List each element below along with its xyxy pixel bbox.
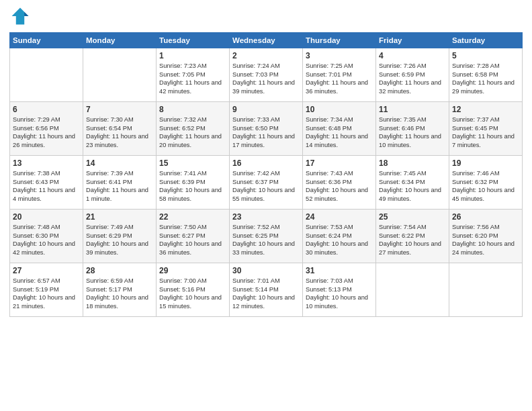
- calendar-cell: 11Sunrise: 7:35 AMSunset: 6:46 PMDayligh…: [376, 102, 449, 156]
- cell-content: Sunrise: 6:59 AMSunset: 5:17 PMDaylight:…: [86, 277, 153, 310]
- calendar-cell: 8Sunrise: 7:32 AMSunset: 6:52 PMDaylight…: [157, 102, 230, 156]
- cell-content: Sunrise: 7:34 AMSunset: 6:48 PMDaylight:…: [306, 116, 373, 149]
- day-number: 9: [232, 105, 300, 114]
- cell-content: Sunrise: 7:43 AMSunset: 6:36 PMDaylight:…: [306, 169, 373, 203]
- calendar-cell: 7Sunrise: 7:30 AMSunset: 6:54 PMDaylight…: [83, 102, 157, 156]
- calendar-cell: 13Sunrise: 7:38 AMSunset: 6:43 PMDayligh…: [10, 156, 83, 210]
- day-header-tuesday: Tuesday: [157, 33, 230, 48]
- page: SundayMondayTuesdayWednesdayThursdayFrid…: [0, 0, 532, 324]
- cell-content: Sunrise: 7:01 AMSunset: 5:14 PMDaylight:…: [232, 277, 300, 310]
- calendar-cell: 15Sunrise: 7:41 AMSunset: 6:39 PMDayligh…: [157, 156, 230, 210]
- calendar-cell: 24Sunrise: 7:53 AMSunset: 6:24 PMDayligh…: [303, 210, 376, 263]
- header: [9, 7, 523, 28]
- cell-content: Sunrise: 7:56 AMSunset: 6:20 PMDaylight:…: [452, 223, 519, 257]
- day-number: 29: [159, 266, 226, 275]
- day-number: 15: [159, 158, 226, 168]
- cell-content: Sunrise: 7:32 AMSunset: 6:52 PMDaylight:…: [159, 116, 226, 149]
- calendar-cell: 10Sunrise: 7:34 AMSunset: 6:48 PMDayligh…: [303, 102, 376, 156]
- cell-content: Sunrise: 7:26 AMSunset: 6:59 PMDaylight:…: [379, 62, 446, 95]
- calendar-cell: 12Sunrise: 7:37 AMSunset: 6:45 PMDayligh…: [449, 102, 523, 156]
- day-number: 18: [379, 158, 446, 168]
- calendar-week-row: 27Sunrise: 6:57 AMSunset: 5:19 PMDayligh…: [10, 263, 523, 317]
- calendar-cell: 18Sunrise: 7:45 AMSunset: 6:34 PMDayligh…: [376, 156, 449, 210]
- day-number: 10: [306, 105, 373, 114]
- cell-content: Sunrise: 7:33 AMSunset: 6:50 PMDaylight:…: [232, 116, 300, 149]
- calendar-week-row: 6Sunrise: 7:29 AMSunset: 6:56 PMDaylight…: [10, 102, 523, 156]
- cell-content: Sunrise: 6:57 AMSunset: 5:19 PMDaylight:…: [13, 277, 80, 310]
- cell-content: Sunrise: 7:38 AMSunset: 6:43 PMDaylight:…: [13, 169, 80, 203]
- calendar-cell: [449, 263, 523, 317]
- cell-content: Sunrise: 7:39 AMSunset: 6:41 PMDaylight:…: [86, 169, 153, 203]
- cell-content: Sunrise: 7:23 AMSunset: 7:05 PMDaylight:…: [159, 62, 226, 95]
- day-number: 23: [232, 212, 300, 222]
- calendar-cell: 21Sunrise: 7:49 AMSunset: 6:29 PMDayligh…: [83, 210, 157, 263]
- calendar-cell: 30Sunrise: 7:01 AMSunset: 5:14 PMDayligh…: [230, 263, 303, 317]
- cell-content: Sunrise: 7:50 AMSunset: 6:27 PMDaylight:…: [159, 223, 226, 257]
- cell-content: Sunrise: 7:54 AMSunset: 6:22 PMDaylight:…: [379, 223, 446, 257]
- day-header-friday: Friday: [376, 33, 449, 48]
- calendar-cell: 20Sunrise: 7:48 AMSunset: 6:30 PMDayligh…: [10, 210, 83, 263]
- day-number: 20: [13, 212, 80, 222]
- cell-content: Sunrise: 7:42 AMSunset: 6:37 PMDaylight:…: [232, 169, 300, 203]
- day-number: 1: [159, 51, 226, 60]
- calendar-week-row: 13Sunrise: 7:38 AMSunset: 6:43 PMDayligh…: [10, 156, 523, 210]
- day-number: 24: [306, 212, 373, 222]
- calendar-cell: 19Sunrise: 7:46 AMSunset: 6:32 PMDayligh…: [449, 156, 523, 210]
- cell-content: Sunrise: 7:37 AMSunset: 6:45 PMDaylight:…: [452, 116, 519, 149]
- calendar-week-row: 20Sunrise: 7:48 AMSunset: 6:30 PMDayligh…: [10, 210, 523, 263]
- day-number: 30: [232, 266, 300, 275]
- day-number: 16: [232, 158, 300, 168]
- calendar-cell: 4Sunrise: 7:26 AMSunset: 6:59 PMDaylight…: [376, 48, 449, 102]
- day-header-monday: Monday: [83, 33, 157, 48]
- calendar-cell: 16Sunrise: 7:42 AMSunset: 6:37 PMDayligh…: [230, 156, 303, 210]
- day-number: 7: [86, 105, 153, 114]
- day-number: 2: [232, 51, 300, 60]
- day-header-sunday: Sunday: [10, 33, 83, 48]
- cell-content: Sunrise: 7:28 AMSunset: 6:58 PMDaylight:…: [452, 62, 519, 95]
- cell-content: Sunrise: 7:25 AMSunset: 7:01 PMDaylight:…: [306, 62, 373, 95]
- day-number: 12: [452, 105, 519, 114]
- day-number: 11: [379, 105, 446, 114]
- calendar-cell: [83, 48, 157, 102]
- day-number: 19: [452, 158, 519, 168]
- calendar-cell: 29Sunrise: 7:00 AMSunset: 5:16 PMDayligh…: [157, 263, 230, 317]
- cell-content: Sunrise: 7:30 AMSunset: 6:54 PMDaylight:…: [86, 116, 153, 149]
- calendar-header-row: SundayMondayTuesdayWednesdayThursdayFrid…: [10, 33, 523, 48]
- day-number: 8: [159, 105, 226, 114]
- cell-content: Sunrise: 7:46 AMSunset: 6:32 PMDaylight:…: [452, 169, 519, 203]
- day-number: 4: [379, 51, 446, 60]
- day-number: 28: [86, 266, 153, 275]
- calendar-table: SundayMondayTuesdayWednesdayThursdayFrid…: [9, 32, 523, 317]
- day-number: 31: [306, 266, 373, 275]
- calendar-cell: [10, 48, 83, 102]
- calendar-cell: 3Sunrise: 7:25 AMSunset: 7:01 PMDaylight…: [303, 48, 376, 102]
- calendar-cell: 28Sunrise: 6:59 AMSunset: 5:17 PMDayligh…: [83, 263, 157, 317]
- day-header-thursday: Thursday: [303, 33, 376, 48]
- calendar-cell: 1Sunrise: 7:23 AMSunset: 7:05 PMDaylight…: [157, 48, 230, 102]
- calendar-cell: 14Sunrise: 7:39 AMSunset: 6:41 PMDayligh…: [83, 156, 157, 210]
- cell-content: Sunrise: 7:29 AMSunset: 6:56 PMDaylight:…: [13, 116, 80, 149]
- cell-content: Sunrise: 7:35 AMSunset: 6:46 PMDaylight:…: [379, 116, 446, 149]
- calendar-cell: 22Sunrise: 7:50 AMSunset: 6:27 PMDayligh…: [157, 210, 230, 263]
- day-number: 14: [86, 158, 153, 168]
- calendar-cell: 5Sunrise: 7:28 AMSunset: 6:58 PMDaylight…: [449, 48, 523, 102]
- calendar-week-row: 1Sunrise: 7:23 AMSunset: 7:05 PMDaylight…: [10, 48, 523, 102]
- calendar-cell: 2Sunrise: 7:24 AMSunset: 7:03 PMDaylight…: [230, 48, 303, 102]
- cell-content: Sunrise: 7:53 AMSunset: 6:24 PMDaylight:…: [306, 223, 373, 257]
- cell-content: Sunrise: 7:48 AMSunset: 6:30 PMDaylight:…: [13, 223, 80, 257]
- calendar-cell: 26Sunrise: 7:56 AMSunset: 6:20 PMDayligh…: [449, 210, 523, 263]
- cell-content: Sunrise: 7:45 AMSunset: 6:34 PMDaylight:…: [379, 169, 446, 203]
- calendar-cell: 9Sunrise: 7:33 AMSunset: 6:50 PMDaylight…: [230, 102, 303, 156]
- calendar-cell: 25Sunrise: 7:54 AMSunset: 6:22 PMDayligh…: [376, 210, 449, 263]
- day-number: 21: [86, 212, 153, 222]
- calendar-cell: 6Sunrise: 7:29 AMSunset: 6:56 PMDaylight…: [10, 102, 83, 156]
- svg-marker-1: [24, 12, 28, 16]
- calendar-cell: [376, 263, 449, 317]
- calendar-cell: 23Sunrise: 7:52 AMSunset: 6:25 PMDayligh…: [230, 210, 303, 263]
- day-header-wednesday: Wednesday: [230, 33, 303, 48]
- cell-content: Sunrise: 7:24 AMSunset: 7:03 PMDaylight:…: [232, 62, 300, 95]
- day-number: 22: [159, 212, 226, 222]
- day-number: 27: [13, 266, 80, 275]
- calendar-cell: 17Sunrise: 7:43 AMSunset: 6:36 PMDayligh…: [303, 156, 376, 210]
- day-number: 5: [452, 51, 519, 60]
